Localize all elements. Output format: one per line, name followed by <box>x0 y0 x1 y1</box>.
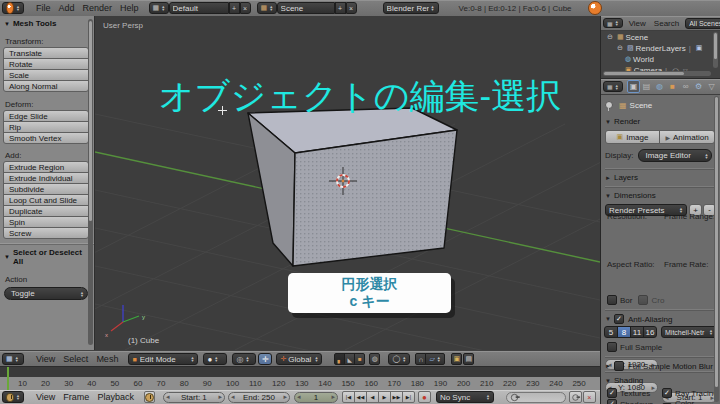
insert-keyframe-button[interactable] <box>569 391 582 403</box>
mode-selector[interactable]: ■ Edit Mode <box>128 353 198 365</box>
render-opengl-anim-button[interactable]: ▤ <box>463 353 474 365</box>
motion-blur-checkbox[interactable]: ✓ <box>614 361 624 371</box>
scene-icon-button[interactable]: ▦ <box>257 2 277 14</box>
face-select-button[interactable]: ■ <box>354 353 365 365</box>
tree-item-renderlayers[interactable]: ⊖ ▨ RenderLayers | ▣ <box>615 43 704 53</box>
tree-expand-icon[interactable]: ⊖ <box>607 33 613 41</box>
tab-world[interactable]: ◍ <box>653 80 666 93</box>
panel-header-anti-aliasing[interactable]: ▼ ✓ Anti-Aliasing <box>605 310 715 324</box>
menu-add[interactable]: Add <box>55 3 79 13</box>
current-frame-field[interactable]: 1 <box>294 392 338 403</box>
next-keyframe-button[interactable]: ▶▶ <box>390 391 403 403</box>
snap-element-selector[interactable]: ▱ <box>425 353 445 365</box>
tab-data[interactable]: ▽ <box>705 80 718 93</box>
menu-file[interactable]: File <box>32 3 55 13</box>
menu-view-outliner[interactable]: View <box>625 19 650 28</box>
button-smooth-vertex[interactable]: Smooth Vertex <box>3 132 89 144</box>
screen-layout-selector[interactable]: Default <box>169 2 229 14</box>
button-loop-cut-and-slide[interactable]: Loop Cut and Slide <box>3 194 89 206</box>
menu-mesh[interactable]: Mesh <box>92 354 122 364</box>
action-toggle-dropdown[interactable]: Toggle <box>4 287 88 300</box>
render-opengl-button[interactable]: ▣ <box>451 353 462 365</box>
record-button[interactable]: ● <box>418 391 431 403</box>
menu-frame[interactable]: Frame <box>59 392 93 402</box>
menu-search-outliner[interactable]: Search <box>650 19 683 28</box>
screen-layout-icon-button[interactable]: ▦ <box>149 2 169 14</box>
add-layout-button[interactable]: + <box>229 2 240 14</box>
outliner-vscrollbar[interactable] <box>713 32 718 68</box>
panel-header-shading[interactable]: ▼ Shading <box>605 372 715 385</box>
viewport-3d[interactable]: y x User Persp オブジェクトの編集-選択 円形選択 c キー (1… <box>95 16 600 350</box>
tree-item-world[interactable]: ◍ World <box>623 54 654 64</box>
frame-start-field[interactable]: Start: 1 <box>163 392 225 403</box>
render-engine-selector[interactable]: Blender Render <box>383 2 439 14</box>
delete-scene-button[interactable]: × <box>346 2 357 14</box>
editor-type-3dview-button[interactable]: ▦ <box>2 353 24 365</box>
aa-samples-16-button[interactable]: 16 <box>643 326 657 338</box>
editor-type-outliner-button[interactable]: ▦ <box>603 18 623 28</box>
tab-scene[interactable]: ▤ <box>640 80 653 93</box>
crop-checkbox[interactable]: ✓ <box>638 295 648 305</box>
svg-text:x: x <box>105 332 108 338</box>
add-scene-button[interactable]: + <box>335 2 346 14</box>
panel-header-mesh-tools[interactable]: ▼ Mesh Tools <box>0 16 94 30</box>
outliner-filter-selector[interactable]: All Scenes <box>685 18 720 29</box>
cube-mesh[interactable] <box>248 108 457 266</box>
render-animation-button[interactable]: ▶ Animation <box>659 130 715 144</box>
menu-view[interactable]: View <box>32 354 59 364</box>
delete-layout-button[interactable]: × <box>240 2 251 14</box>
menu-render[interactable]: Render <box>79 3 117 13</box>
panel-header-render[interactable]: ▼ Render <box>605 117 720 126</box>
menu-view-timeline[interactable]: View <box>32 392 59 402</box>
tab-constraints[interactable]: ∞ <box>679 80 692 93</box>
menu-select[interactable]: Select <box>59 354 92 364</box>
sync-mode-selector[interactable]: No Sync <box>436 391 494 403</box>
frame-end-field[interactable]: End: 250 <box>228 392 290 403</box>
timeline-ruler-numbers[interactable]: 1020304050607080901001101201301401501601… <box>0 377 600 391</box>
viewport-shading-selector[interactable]: ● <box>203 353 227 365</box>
aa-samples-11-button[interactable]: 11 <box>630 326 644 338</box>
render-toggle-icon[interactable]: ▣ <box>696 44 703 52</box>
panel-header-motion-blur[interactable]: ► ✓ Full Sample Motion Blur <box>605 357 715 371</box>
panel-header-layers[interactable]: ► Layers <box>605 169 715 182</box>
scene-selector[interactable]: Scene <box>277 2 335 14</box>
toolshelf-scrollbar[interactable] <box>88 19 93 345</box>
aa-samples-5-button[interactable]: 5 <box>604 326 618 338</box>
display-mode-selector[interactable]: Image Editor <box>638 149 712 162</box>
tree-expand-icon[interactable]: ⊖ <box>617 44 623 52</box>
render-image-button[interactable]: ▣ Image <box>605 130 660 144</box>
editor-type-info-button[interactable] <box>2 2 24 14</box>
editor-type-timeline-button[interactable] <box>2 391 24 403</box>
anti-aliasing-checkbox[interactable]: ✓ <box>614 314 624 324</box>
properties-scrollbar[interactable] <box>714 96 719 402</box>
button-screw[interactable]: Screw <box>3 227 89 239</box>
aa-filter-selector[interactable]: Mitchell-Netr <box>661 326 717 338</box>
button-along-normal[interactable]: Along Normal <box>3 80 89 92</box>
manipulator-toggle-button[interactable]: ✛ <box>258 353 272 365</box>
jump-to-end-button[interactable]: ▶| <box>402 391 415 403</box>
tree-item-scene[interactable]: ⊖ ▦ Scene <box>605 32 648 42</box>
shadows-checkbox[interactable]: ✓ <box>607 399 617 404</box>
raytracing-checkbox[interactable]: ✓ <box>662 388 672 398</box>
border-checkbox[interactable]: ✓ <box>607 295 617 305</box>
transform-orientation-selector[interactable]: ✛ Global <box>276 353 322 365</box>
pivot-point-selector[interactable]: ◎ <box>232 353 256 365</box>
pin-icon[interactable] <box>605 101 613 109</box>
aa-samples-8-button[interactable]: 8 <box>617 326 631 338</box>
menu-playback[interactable]: Playback <box>93 392 138 402</box>
only-selected-channels-button[interactable] <box>144 391 155 403</box>
menu-help[interactable]: Help <box>116 3 143 13</box>
tab-render[interactable]: ▣ <box>627 80 640 93</box>
outliner-hscrollbar[interactable] <box>603 71 711 76</box>
panel-header-dimensions[interactable]: ▼ Dimensions <box>605 187 715 200</box>
tab-modifiers[interactable]: ⚙ <box>692 80 705 93</box>
textures-checkbox[interactable]: ✓ <box>607 388 617 398</box>
full-sample-checkbox[interactable]: ✓ <box>607 342 617 352</box>
editor-type-properties-button[interactable]: ▦ <box>603 81 623 92</box>
panel-header-select-deselect[interactable]: ▼ Select or Deselect All <box>0 244 94 268</box>
limit-selection-visible-button[interactable]: ◍ <box>369 353 380 365</box>
delete-keyframe-button[interactable]: × <box>583 391 596 403</box>
proportional-edit-selector[interactable]: ◯ <box>388 353 410 365</box>
tab-object[interactable]: ■ <box>666 80 679 93</box>
keying-set-field[interactable] <box>506 392 566 403</box>
